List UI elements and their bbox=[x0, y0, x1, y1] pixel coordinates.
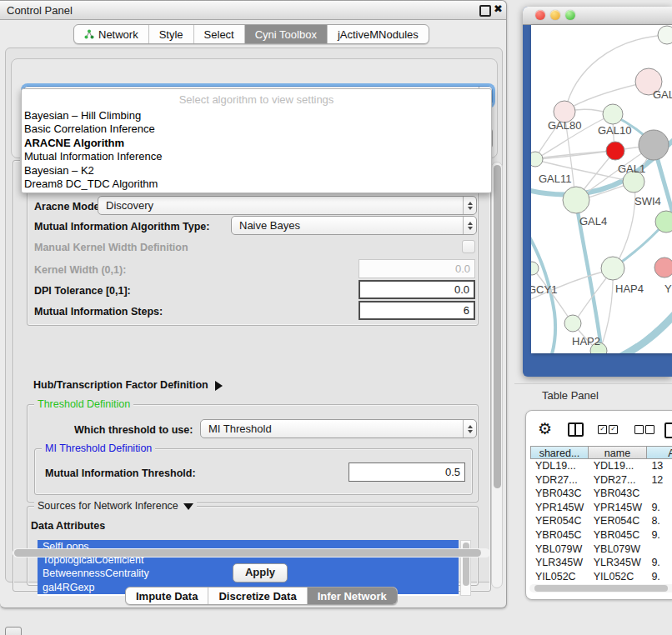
manual-kernel-checkbox[interactable] bbox=[462, 240, 475, 253]
table-row[interactable]: YIL052CYIL052C9. bbox=[530, 570, 672, 584]
float-window-icon[interactable] bbox=[479, 5, 491, 17]
network-icon bbox=[84, 29, 94, 39]
collapsed-arrow-icon bbox=[215, 381, 223, 391]
tab-impute-data[interactable]: Impute Data bbox=[126, 588, 208, 604]
dropdown-item[interactable]: Dream8 DC_TDC Algorithm bbox=[22, 178, 491, 191]
dropdown-item[interactable]: Mutual Information Inference bbox=[22, 150, 491, 163]
node-label: GAL1 bbox=[618, 162, 645, 175]
settings-vertical-scrollbar[interactable] bbox=[491, 162, 503, 588]
table-row[interactable]: YLR345WYLR345W9. bbox=[530, 556, 672, 570]
table-column-header[interactable]: name bbox=[589, 446, 647, 459]
node-hap4[interactable] bbox=[601, 257, 624, 280]
network-window-titlebar[interactable] bbox=[523, 7, 672, 25]
aracne-mode-combo[interactable]: Discovery bbox=[98, 196, 477, 215]
tab-select[interactable]: Select bbox=[194, 25, 245, 43]
network-edge[interactable] bbox=[603, 305, 672, 353]
network-view-window: GAL7GAL80GAL10GAL1GAL11SWI4GAL4GCY1HAP4Y… bbox=[523, 7, 672, 377]
network-canvas[interactable]: GAL7GAL80GAL10GAL1GAL11SWI4GAL4GCY1HAP4Y… bbox=[531, 25, 672, 353]
table-row[interactable]: YER054CYER054C8. bbox=[530, 514, 672, 528]
table-horizontal-scrollbar[interactable] bbox=[529, 584, 672, 592]
node-gcy1[interactable] bbox=[531, 262, 539, 275]
tab-discretize-data[interactable]: Discretize Data bbox=[208, 588, 307, 604]
mi-steps-value: 6 bbox=[464, 304, 469, 317]
node-gray[interactable] bbox=[639, 130, 669, 160]
node-label: GAL10 bbox=[598, 124, 631, 137]
table-body: YDL19...YDL19...13YDR27...YDR27...12YBR0… bbox=[530, 459, 672, 584]
table-row[interactable]: YBL079WYBL079W bbox=[530, 542, 672, 557]
mi-threshold-label: Mutual Information Threshold: bbox=[45, 468, 196, 479]
table-column-header[interactable]: A bbox=[647, 446, 672, 459]
which-threshold-label: Which threshold to use: bbox=[74, 424, 193, 436]
dock-panel-button[interactable] bbox=[5, 627, 22, 635]
mi-threshold-value: 0.5 bbox=[445, 466, 460, 478]
mi-steps-field[interactable]: 6 bbox=[359, 301, 475, 320]
node-top-partial[interactable] bbox=[658, 26, 672, 44]
node-label: GAL11 bbox=[539, 172, 572, 185]
control-panel-titlebar[interactable]: Control Panel ✖ bbox=[0, 1, 506, 20]
table-cell: 9. bbox=[646, 501, 672, 515]
close-icon[interactable]: ✖ bbox=[494, 2, 503, 15]
columns-icon[interactable] bbox=[568, 422, 584, 437]
table-cell: YBR045C bbox=[530, 528, 589, 542]
combo-stepper-icon bbox=[463, 420, 476, 438]
node-gal10[interactable] bbox=[603, 104, 623, 124]
table-cell: YBR043C bbox=[589, 487, 647, 501]
mi-threshold-field[interactable]: 0.5 bbox=[349, 462, 465, 482]
sources-group-title[interactable]: Sources for Network Inference bbox=[34, 500, 197, 512]
table-row[interactable]: YDR27...YDR27...12 bbox=[530, 473, 672, 488]
which-threshold-combo[interactable]: MI Threshold bbox=[200, 419, 477, 438]
table-row[interactable]: YDL19...YDL19...13 bbox=[530, 459, 672, 473]
dpi-tolerance-field[interactable]: 0.0 bbox=[359, 280, 475, 299]
table-cell: YBL079W bbox=[589, 542, 647, 557]
node-gal4[interactable] bbox=[563, 187, 589, 213]
tab-cyni-label: Cyni Toolbox bbox=[255, 28, 317, 41]
deselect-all-checkboxes-icon[interactable] bbox=[634, 425, 654, 434]
bottom-tabbar: Impute Data Discretize Data Infer Networ… bbox=[125, 587, 398, 605]
table-cell: YBR045C bbox=[589, 528, 647, 542]
settings-horizontal-scrollbar-thumb[interactable] bbox=[14, 549, 481, 557]
settings-horizontal-scrollbar[interactable] bbox=[13, 548, 490, 558]
dropdown-item[interactable]: Basic Correlation Inference bbox=[22, 122, 491, 136]
node-red[interactable] bbox=[606, 142, 624, 160]
table-cell: YBL079W bbox=[530, 542, 589, 557]
data-attributes-label: Data Attributes bbox=[31, 520, 105, 532]
table-horizontal-scrollbar-thumb[interactable] bbox=[534, 585, 668, 592]
settings-vertical-scrollbar-thumb[interactable] bbox=[494, 165, 501, 488]
dropdown-item[interactable]: ARACNE Algorithm bbox=[22, 137, 491, 150]
apply-button[interactable]: Apply bbox=[233, 563, 288, 582]
node-gal11[interactable] bbox=[531, 152, 543, 167]
table-row[interactable]: YBR045CYBR045C9. bbox=[530, 528, 672, 542]
tab-jactivemnodules[interactable]: jActiveMNodules bbox=[328, 25, 429, 43]
kernel-width-field[interactable]: 0.0 bbox=[359, 259, 475, 278]
mi-type-combo[interactable]: Naive Bayes bbox=[231, 216, 477, 235]
node-label: HAP4 bbox=[615, 282, 644, 295]
table-row[interactable]: YBR043CYBR043C bbox=[530, 487, 672, 501]
cyni-toolbox-panel: gal-filtered.sif default node Select alg… bbox=[5, 48, 503, 582]
tab-infer-network[interactable]: Infer Network bbox=[308, 588, 397, 604]
table-cell: YDL19... bbox=[589, 459, 647, 473]
tab-network[interactable]: Network bbox=[74, 25, 149, 43]
tab-style[interactable]: Style bbox=[149, 25, 194, 43]
table-cell: YER054C bbox=[530, 514, 589, 528]
table-cell: YDR27... bbox=[589, 473, 647, 488]
table-window: ⚙ ✓✓ shared...nameA YDL19...YDL19...13YD… bbox=[525, 410, 672, 600]
close-traffic-light-icon[interactable] bbox=[535, 10, 545, 20]
tab-cyni-toolbox[interactable]: Cyni Toolbox bbox=[245, 25, 328, 43]
hub-definition-toggle[interactable]: Hub/Transcription Factor Definition bbox=[33, 379, 223, 391]
document-icon[interactable] bbox=[664, 422, 672, 438]
node-hap2[interactable] bbox=[564, 315, 581, 332]
table-cell: YLR345W bbox=[589, 556, 647, 570]
table-panel-title: Table Panel bbox=[542, 389, 599, 402]
dropdown-item[interactable]: Bayesian – K2 bbox=[22, 164, 491, 178]
aracne-mode-label: Aracne Mode: bbox=[34, 201, 103, 212]
dropdown-item[interactable]: Bayesian – Hill Climbing bbox=[22, 109, 491, 122]
dpi-tolerance-value: 0.0 bbox=[454, 283, 469, 296]
minimize-traffic-light-icon[interactable] bbox=[550, 10, 560, 20]
table-column-header[interactable]: shared... bbox=[530, 446, 589, 459]
node-label: Y bbox=[664, 282, 672, 295]
zoom-traffic-light-icon[interactable] bbox=[565, 10, 575, 20]
select-all-checkboxes-icon[interactable]: ✓✓ bbox=[598, 425, 618, 434]
gear-icon[interactable]: ⚙ bbox=[538, 419, 552, 438]
table-row[interactable]: YPR145WYPR145W9. bbox=[530, 501, 672, 515]
node-pink-right[interactable] bbox=[654, 258, 672, 278]
